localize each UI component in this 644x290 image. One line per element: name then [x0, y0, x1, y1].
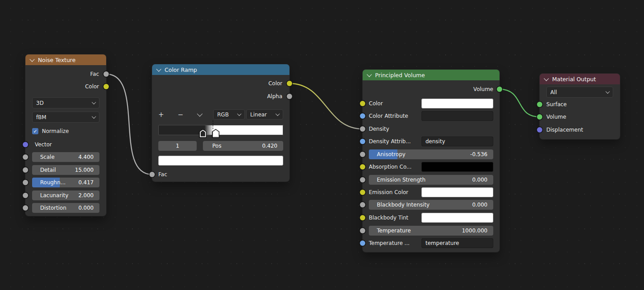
output-row-volume: Volume — [363, 83, 500, 95]
collapse-chevron-icon[interactable] — [156, 66, 161, 71]
node-header[interactable]: Principled Volume — [363, 70, 500, 80]
noise-type-row: fBM — [25, 110, 106, 124]
input-row-scale: Scale 4.400 — [25, 151, 106, 163]
input-label: Vector — [35, 141, 52, 148]
detail-slider[interactable]: Detail 15.000 — [32, 165, 99, 175]
node-noise-texture[interactable]: Noise Texture Fac Color 3D fBM ✓ Normali… — [25, 54, 106, 216]
slider-value: 0.000 — [472, 177, 487, 183]
slider-value: 4.400 — [78, 154, 94, 160]
slider-label: Emission Strength — [377, 177, 425, 183]
ramp-options-menu-icon[interactable] — [197, 111, 203, 117]
input-label: Density Attrib... — [369, 138, 411, 145]
socket-input-displacement[interactable] — [537, 127, 542, 133]
anisotropy-slider[interactable]: Anisotropy -0.536 — [369, 149, 493, 159]
input-row-absorption-color: Absorption Co... — [363, 161, 500, 173]
socket-input-temperature-attribute[interactable] — [360, 240, 365, 246]
slider-label: Roughn... — [40, 179, 66, 186]
interpolation-dropdown[interactable]: Linear — [246, 109, 283, 120]
socket-input-blackbody-intensity[interactable] — [360, 202, 365, 207]
emission-color-swatch[interactable] — [421, 187, 493, 197]
socket-input-density[interactable] — [360, 126, 365, 132]
socket-input-anisotropy[interactable] — [360, 152, 365, 157]
input-row-blackbody-intensity: Blackbody Intensity 0.000 — [363, 199, 500, 211]
input-row-temperature-attribute: Temperature ... temperature — [363, 237, 500, 249]
socket-input-emission-color[interactable] — [360, 190, 365, 195]
stop-position-slider[interactable]: Pos 0.420 — [203, 141, 283, 151]
density-attribute-field[interactable]: density — [421, 137, 493, 146]
emission-strength-slider[interactable]: Emission Strength 0.000 — [369, 175, 493, 185]
socket-output-fac[interactable] — [103, 71, 109, 77]
dimensions-dropdown[interactable]: 3D — [32, 97, 99, 108]
socket-input-emission-strength[interactable] — [360, 177, 365, 182]
temperature-attribute-field[interactable]: temperature — [421, 238, 493, 248]
normalize-row: ✓ Normalize — [25, 126, 106, 137]
node-color-ramp[interactable]: Color Ramp Color Alpha + − RGB Linear — [152, 64, 289, 182]
socket-output-color[interactable] — [103, 84, 109, 89]
slider-label: Temperature — [377, 228, 411, 234]
node-material-output[interactable]: Material Output All Surface Volume Displ… — [540, 74, 620, 139]
socket-input-detail[interactable] — [23, 167, 28, 173]
node-header[interactable]: Color Ramp — [152, 64, 289, 75]
socket-input-fac[interactable] — [149, 172, 155, 177]
color-mode-dropdown[interactable]: RGB — [213, 109, 245, 120]
socket-output-alpha[interactable] — [287, 94, 292, 99]
socket-input-temperature[interactable] — [360, 228, 365, 233]
ramp-toolbar: + − RGB Linear — [152, 108, 289, 120]
socket-output-color[interactable] — [287, 81, 292, 86]
socket-input-roughness[interactable] — [23, 180, 28, 185]
socket-input-color[interactable] — [360, 101, 365, 106]
remove-stop-button[interactable]: − — [178, 111, 184, 119]
socket-input-scale[interactable] — [23, 154, 28, 160]
absorption-color-swatch[interactable] — [421, 162, 493, 172]
input-row-emission-color: Emission Color — [363, 186, 500, 199]
active-stop-index-field[interactable]: 1 — [158, 141, 197, 151]
socket-input-blackbody-tint[interactable] — [360, 215, 365, 220]
socket-output-volume[interactable] — [497, 87, 502, 92]
node-header[interactable]: Noise Texture — [25, 54, 106, 65]
ramp-stop-1-selected[interactable] — [212, 129, 219, 138]
socket-input-surface[interactable] — [537, 102, 542, 107]
input-row-vector: Vector — [25, 138, 106, 151]
color-swatch[interactable] — [421, 99, 493, 108]
socket-input-volume[interactable] — [537, 114, 542, 120]
ramp-stop-0[interactable] — [199, 129, 206, 138]
input-row-temperature: Temperature 1000.000 — [363, 224, 500, 237]
collapse-chevron-icon[interactable] — [544, 76, 549, 81]
input-row-color: Color — [363, 97, 500, 110]
output-row-alpha: Alpha — [152, 90, 289, 103]
scale-slider[interactable]: Scale 4.400 — [32, 152, 99, 162]
color-attribute-field[interactable] — [421, 111, 493, 121]
socket-input-lacunarity[interactable] — [23, 193, 28, 198]
collapse-chevron-icon[interactable] — [367, 72, 372, 77]
socket-input-density-attribute[interactable] — [360, 139, 365, 144]
node-principled-volume[interactable]: Principled Volume Volume Color Color Att… — [363, 70, 500, 252]
socket-input-absorption-color[interactable] — [360, 164, 365, 170]
blackbody-intensity-slider[interactable]: Blackbody Intensity 0.000 — [369, 200, 493, 210]
noise-type-dropdown[interactable]: fBM — [32, 112, 99, 123]
add-stop-button[interactable]: + — [158, 111, 164, 119]
input-label: Blackbody Tint — [369, 215, 409, 221]
slider-value: -0.536 — [470, 151, 487, 157]
output-label: Alpha — [267, 93, 282, 99]
node-header[interactable]: Material Output — [540, 74, 620, 84]
node-title: Material Output — [552, 76, 596, 83]
stop-color-swatch[interactable] — [158, 156, 283, 166]
slider-value: 0.417 — [78, 179, 94, 186]
collapse-chevron-icon[interactable] — [29, 57, 34, 62]
link-ramp-color-to-volume-density — [289, 83, 363, 129]
socket-input-distortion[interactable] — [23, 205, 28, 211]
input-row-density-attribute: Density Attrib... density — [363, 135, 500, 148]
distortion-slider[interactable]: Distortion 0.000 — [32, 203, 99, 213]
socket-input-vector[interactable] — [23, 142, 28, 147]
roughness-slider[interactable]: Roughn... 0.417 — [32, 178, 99, 187]
input-row-anisotropy: Anisotropy -0.536 — [363, 148, 500, 161]
lacunarity-slider[interactable]: Lacunarity 2.000 — [32, 191, 99, 200]
slider-value: 0.420 — [262, 143, 277, 149]
target-dropdown[interactable]: All — [546, 87, 613, 98]
socket-input-color-attribute[interactable] — [360, 113, 365, 119]
input-row-detail: Detail 15.000 — [25, 164, 106, 176]
temperature-slider[interactable]: Temperature 1000.000 — [369, 226, 493, 236]
ramp-gradient-bar[interactable] — [158, 125, 283, 135]
blackbody-tint-swatch[interactable] — [421, 213, 493, 223]
normalize-checkbox[interactable]: ✓ — [32, 128, 38, 134]
